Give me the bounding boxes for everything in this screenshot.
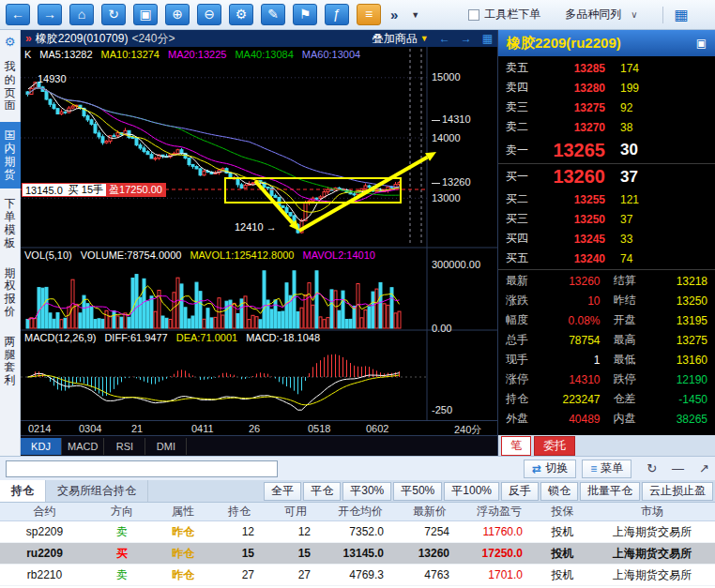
indicator-tab-macd[interactable]: MACD: [62, 438, 104, 455]
indicator-tab-dmi[interactable]: DMI: [145, 438, 187, 455]
bid-row[interactable]: 买四1324533: [498, 229, 715, 249]
collapse-icon[interactable]: »: [25, 32, 32, 45]
stat-label: 外盘: [506, 411, 536, 427]
stat-label: 最低: [614, 352, 644, 368]
book-qty: 38: [605, 121, 707, 134]
divider: [498, 269, 715, 270]
multi-symbol-dropdown[interactable]: 多品种同列 ∨: [565, 7, 637, 23]
stat-label: 内盘: [614, 411, 644, 427]
command-input[interactable]: [6, 460, 278, 477]
capture-button[interactable]: ▣: [133, 4, 158, 25]
sidebar-item-3[interactable]: 下单模板: [0, 190, 21, 257]
chart-header: » 橡胶2209(010709) <240分> 叠加商品 ▼ ← → ▦: [21, 30, 497, 47]
sidebar-items: 我的页面国内期货下单模板期权报价两腿套利: [0, 52, 21, 395]
forward-button[interactable]: →: [38, 4, 62, 25]
positions-tab-2[interactable]: 交易所组合持仓: [46, 480, 148, 502]
expand-icon[interactable]: ↗: [699, 461, 709, 475]
column-header: 属性: [155, 504, 211, 520]
sidebar-item-1[interactable]: 我的页面: [0, 53, 21, 120]
cell: 卖: [89, 524, 155, 540]
position-row[interactable]: sp2209卖昨仓12127352.0725411760.0投机上海期货交易所: [0, 521, 715, 543]
settings-button[interactable]: ⚙: [229, 4, 253, 25]
toolbar-order-checkbox[interactable]: 工具栏下单: [468, 7, 540, 23]
ask-row[interactable]: 卖三1327592: [498, 98, 715, 117]
next-symbol-icon[interactable]: →: [461, 32, 472, 45]
grid-layout-icon[interactable]: ▦: [482, 32, 493, 45]
book-level-label: 买四: [506, 231, 540, 247]
stat-value: 13195: [644, 314, 708, 327]
sidebar-item-2[interactable]: 国内期货: [0, 122, 21, 188]
gear-icon[interactable]: ⚙: [5, 35, 16, 49]
stat-value: 1: [536, 354, 601, 367]
action-button-8[interactable]: 批量平仓: [580, 482, 640, 501]
stat-label: 现手: [506, 352, 536, 368]
zoom-out-button[interactable]: ⊖: [197, 4, 221, 25]
action-button-4[interactable]: 平50%: [393, 482, 442, 501]
toolbar-more-button[interactable]: »: [390, 7, 398, 23]
column-header: 持仓: [211, 504, 267, 520]
period-label: 240分: [454, 423, 481, 437]
bid-row[interactable]: 买一1326037: [498, 163, 715, 189]
window-restore-icon[interactable]: ▣: [696, 37, 707, 50]
ask-row[interactable]: 卖一1326530: [498, 137, 715, 163]
order-position-tag[interactable]: 13145.0 买 15手 盈17250.00: [22, 183, 166, 197]
checkbox-icon[interactable]: [468, 9, 479, 21]
list-button[interactable]: ≡: [357, 4, 381, 25]
ask-row[interactable]: 卖二1327038: [498, 117, 715, 137]
cell: 昨仓: [155, 567, 211, 583]
cell: 11760.0: [463, 525, 536, 538]
formula-button[interactable]: ƒ: [325, 4, 349, 25]
cell: 投机: [536, 546, 589, 562]
overlay-commodity-dropdown[interactable]: 叠加商品 ▼: [373, 31, 429, 47]
prev-symbol-icon[interactable]: ←: [439, 32, 450, 45]
draw-button[interactable]: ✎: [261, 4, 285, 25]
volume-axis-label: 0.00: [432, 323, 451, 334]
quote-stats: 最新13260结算13218涨跌10昨结13250幅度0.08%开盘13195总…: [498, 271, 715, 429]
book-level-label: 买五: [506, 250, 540, 266]
position-row[interactable]: rb2210卖昨仓27274769.347631701.0投机上海期货交易所: [0, 565, 715, 586]
menu-button[interactable]: ≡ 菜单: [582, 460, 631, 478]
indicator-tab-kdj[interactable]: KDJ: [21, 438, 62, 455]
action-button-7[interactable]: 锁仓: [540, 482, 578, 501]
stat-label: 仓差: [614, 391, 644, 407]
book-qty: 199: [605, 82, 707, 95]
action-button-2[interactable]: 平仓: [303, 482, 341, 501]
bid-row[interactable]: 买五1324074: [498, 249, 715, 268]
volume-axis-label: 300000.00: [432, 259, 480, 270]
action-button-5[interactable]: 平100%: [444, 482, 499, 501]
sidebar-item-5[interactable]: 两腿套利: [0, 328, 21, 395]
stat-value: 14310: [536, 373, 601, 386]
positions-tab-1[interactable]: 持仓: [0, 480, 46, 502]
quote-tab-2[interactable]: 委托: [534, 436, 575, 456]
overlay-commodity-label: 叠加商品: [373, 31, 418, 47]
cell: 上海期货交易所: [589, 567, 715, 583]
ask-row[interactable]: 卖五13285174: [498, 58, 715, 78]
refresh-icon[interactable]: ↻: [647, 461, 657, 475]
left-sidebar: ⚙ 我的页面国内期货下单模板期权报价两腿套利: [0, 30, 21, 456]
minimize-icon[interactable]: —: [672, 461, 684, 475]
bid-row[interactable]: 买三1325037: [498, 209, 715, 229]
sidebar-item-4[interactable]: 期权报价: [0, 260, 21, 326]
action-button-1[interactable]: 全平: [264, 482, 301, 501]
refresh-button[interactable]: ↻: [101, 4, 126, 25]
candlestick-chart[interactable]: [21, 47, 497, 420]
action-button-6[interactable]: 反手: [501, 482, 539, 501]
switch-button[interactable]: ⇄ 切换: [524, 460, 576, 478]
zoom-in-button[interactable]: ⊕: [165, 4, 190, 25]
ask-row[interactable]: 卖四13280199: [498, 78, 715, 98]
indicator-tabs: KDJMACDRSIDMI: [21, 435, 497, 456]
action-button-3[interactable]: 平30%: [342, 482, 391, 501]
cell: 昨仓: [155, 546, 211, 562]
position-row[interactable]: ru2209买昨仓151513145.01326017250.0投机上海期货交易…: [0, 543, 715, 565]
back-button[interactable]: ←: [6, 4, 30, 25]
book-level-label: 卖三: [506, 99, 540, 115]
quote-tab-1[interactable]: 笔: [501, 436, 531, 456]
flag-button[interactable]: ⚑: [293, 4, 317, 25]
home-button[interactable]: ⌂: [69, 4, 94, 25]
indicator-tab-rsi[interactable]: RSI: [104, 438, 145, 455]
menu-label: 菜单: [601, 460, 623, 476]
toolbar-dropdown-caret[interactable]: ▼: [411, 10, 419, 20]
action-button-9[interactable]: 云止损止盈: [642, 482, 713, 501]
bid-row[interactable]: 买二13255121: [498, 189, 715, 209]
layout-grid-icon[interactable]: ▦: [675, 6, 689, 23]
